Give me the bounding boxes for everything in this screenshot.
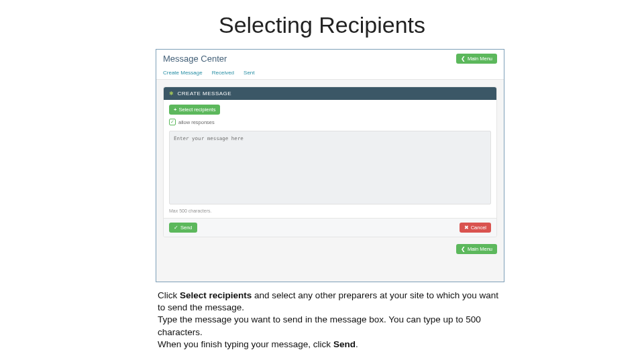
main-menu-label: Main Menu bbox=[468, 56, 492, 62]
allow-responses-label: allow responses bbox=[178, 119, 215, 125]
main-menu-button-top[interactable]: ❮ Main Menu bbox=[456, 54, 497, 64]
create-message-panel: ✱ CREATE MESSAGE + Select recipients ✓ a… bbox=[163, 86, 497, 237]
allow-responses-row[interactable]: ✓ allow responses bbox=[169, 119, 491, 125]
app-header: Message Center ❮ Main Menu Create Messag… bbox=[156, 50, 504, 80]
char-limit-note: Max 500 characters. bbox=[169, 208, 491, 213]
instr1-bold: Select recipients bbox=[180, 290, 252, 300]
instructions-block: Click Select recipients and select any o… bbox=[158, 290, 506, 357]
select-recipients-button[interactable]: + Select recipients bbox=[169, 105, 220, 115]
send-label: Send bbox=[180, 225, 193, 231]
main-menu-label-bottom: Main Menu bbox=[468, 246, 492, 252]
instr1-pre: Click bbox=[158, 290, 180, 300]
plus-icon: + bbox=[174, 107, 176, 113]
panel-footer: ✓ Send ✖ Cancel bbox=[164, 218, 496, 237]
allow-responses-checkbox[interactable]: ✓ bbox=[169, 119, 176, 125]
tabs: Create Message Received Sent bbox=[163, 68, 497, 79]
cancel-label: Cancel bbox=[471, 225, 486, 231]
app-root: Message Center ❮ Main Menu Create Messag… bbox=[156, 50, 504, 282]
instr3-bold: Send bbox=[333, 339, 356, 349]
instr3-post: . bbox=[356, 339, 358, 349]
check-icon: ✓ bbox=[174, 225, 178, 231]
tab-received[interactable]: Received bbox=[212, 68, 234, 79]
page-title: Message Center bbox=[163, 54, 227, 64]
panel-title: CREATE MESSAGE bbox=[178, 90, 232, 97]
instruction-line-2: Type the message you want to send in the… bbox=[158, 314, 506, 338]
app-screenshot: Message Center ❮ Main Menu Create Messag… bbox=[156, 49, 504, 282]
instruction-line-3: When you finish typing your message, cli… bbox=[158, 339, 506, 351]
cancel-button[interactable]: ✖ Cancel bbox=[460, 223, 491, 233]
instr3-pre: When you finish typing your message, cli… bbox=[158, 339, 333, 349]
app-body: ✱ CREATE MESSAGE + Select recipients ✓ a… bbox=[156, 80, 504, 265]
close-icon: ✖ bbox=[464, 225, 469, 231]
gear-icon: ✱ bbox=[169, 90, 174, 97]
select-recipients-label: Select recipients bbox=[178, 107, 215, 113]
main-menu-button-bottom[interactable]: ❮ Main Menu bbox=[456, 244, 497, 254]
tab-sent[interactable]: Sent bbox=[244, 68, 254, 79]
send-button[interactable]: ✓ Send bbox=[169, 223, 197, 233]
instruction-line-1: Click Select recipients and select any o… bbox=[158, 290, 506, 314]
panel-body: + Select recipients ✓ allow responses Ma… bbox=[164, 100, 496, 218]
message-textarea[interactable] bbox=[169, 131, 491, 204]
chevron-left-icon: ❮ bbox=[461, 56, 466, 62]
panel-header: ✱ CREATE MESSAGE bbox=[164, 87, 496, 100]
slide-title: Selecting Recipients bbox=[0, 12, 644, 38]
tab-create-message[interactable]: Create Message bbox=[163, 68, 203, 79]
bottom-row: ❮ Main Menu bbox=[163, 244, 497, 258]
chevron-left-icon: ❮ bbox=[461, 247, 466, 252]
app-header-row: Message Center ❮ Main Menu bbox=[163, 54, 497, 64]
